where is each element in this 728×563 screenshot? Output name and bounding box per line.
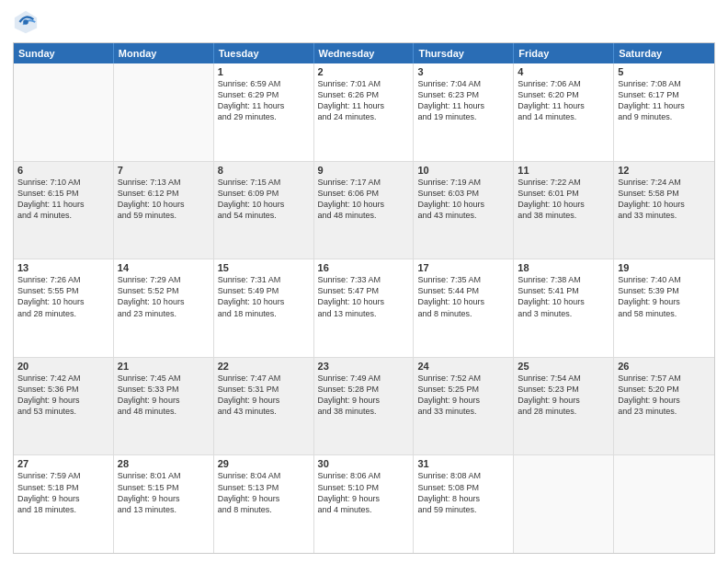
logo	[13, 9, 42, 35]
day-number: 7	[118, 165, 210, 176]
calendar: SundayMondayTuesdayWednesdayThursdayFrid…	[13, 42, 715, 554]
cal-cell: 5Sunrise: 7:08 AMSunset: 6:17 PMDaylight…	[614, 63, 714, 161]
cell-line: Sunrise: 7:38 AM	[518, 274, 609, 285]
cal-cell: 9Sunrise: 7:17 AMSunset: 6:06 PMDaylight…	[314, 162, 415, 259]
cell-line: Sunset: 5:15 PM	[118, 482, 210, 493]
header-day-friday: Friday	[514, 43, 614, 63]
cal-cell: 22Sunrise: 7:47 AMSunset: 5:31 PMDayligh…	[214, 358, 314, 455]
cell-line: and 54 minutes.	[218, 210, 310, 221]
cell-line: Daylight: 11 hours	[518, 100, 609, 111]
cal-cell: 12Sunrise: 7:24 AMSunset: 5:58 PMDayligh…	[614, 162, 714, 259]
cell-line: and 43 minutes.	[218, 406, 310, 417]
cal-row-4: 27Sunrise: 7:59 AMSunset: 5:18 PMDayligh…	[14, 454, 714, 553]
cell-line: Daylight: 8 hours	[417, 493, 509, 504]
cell-line: Sunset: 5:44 PM	[417, 285, 509, 296]
cell-line: Sunrise: 7:57 AM	[618, 373, 711, 384]
cal-cell: 26Sunrise: 7:57 AMSunset: 5:20 PMDayligh…	[614, 358, 714, 455]
cell-line: and 23 minutes.	[118, 308, 210, 319]
day-number: 6	[17, 165, 109, 176]
cell-line: Daylight: 10 hours	[318, 296, 410, 307]
cell-line: Sunset: 6:12 PM	[118, 188, 210, 199]
cell-line: Daylight: 10 hours	[118, 296, 210, 307]
cell-line: Sunrise: 7:06 AM	[518, 78, 609, 89]
cell-line: Daylight: 9 hours	[318, 493, 410, 504]
svg-point-1	[23, 19, 28, 25]
day-number: 22	[218, 361, 310, 372]
cell-line: Sunset: 6:23 PM	[417, 89, 509, 100]
day-number: 15	[218, 262, 310, 273]
cal-row-0: 1Sunrise: 6:59 AMSunset: 6:29 PMDaylight…	[14, 63, 714, 161]
cell-line: Sunset: 6:06 PM	[318, 188, 410, 199]
cell-line: Sunset: 6:29 PM	[218, 89, 310, 100]
header-day-saturday: Saturday	[614, 43, 714, 63]
day-number: 9	[318, 165, 410, 176]
cell-line: and 19 minutes.	[417, 111, 509, 122]
cell-line: and 8 minutes.	[417, 308, 509, 319]
cell-line: Daylight: 9 hours	[118, 493, 210, 504]
cal-row-1: 6Sunrise: 7:10 AMSunset: 6:15 PMDaylight…	[14, 161, 714, 259]
calendar-body: 1Sunrise: 6:59 AMSunset: 6:29 PMDaylight…	[14, 63, 714, 553]
cell-line: Daylight: 10 hours	[17, 296, 109, 307]
cell-line: Daylight: 11 hours	[318, 100, 410, 111]
cell-line: Sunset: 5:10 PM	[318, 482, 410, 493]
cal-cell: 23Sunrise: 7:49 AMSunset: 5:28 PMDayligh…	[314, 358, 415, 455]
cell-line: Sunrise: 7:04 AM	[417, 78, 509, 89]
cell-line: and 58 minutes.	[618, 308, 711, 319]
cal-cell: 31Sunrise: 8:08 AMSunset: 5:08 PMDayligh…	[414, 455, 514, 553]
header-day-thursday: Thursday	[414, 43, 514, 63]
cell-line: Sunset: 5:52 PM	[118, 285, 210, 296]
day-number: 29	[218, 458, 310, 469]
day-number: 8	[218, 165, 310, 176]
cell-line: Sunrise: 7:49 AM	[318, 373, 410, 384]
header-day-sunday: Sunday	[14, 43, 114, 63]
cal-row-3: 20Sunrise: 7:42 AMSunset: 5:36 PMDayligh…	[14, 357, 714, 455]
day-number: 5	[618, 66, 711, 77]
cell-line: Daylight: 10 hours	[118, 199, 210, 210]
cell-line: and 4 minutes.	[17, 210, 109, 221]
cal-cell: 13Sunrise: 7:26 AMSunset: 5:55 PMDayligh…	[14, 259, 114, 357]
cell-line: Daylight: 11 hours	[17, 199, 109, 210]
cell-line: Sunrise: 7:59 AM	[17, 470, 109, 481]
cell-line: Daylight: 9 hours	[618, 296, 711, 307]
cal-cell: 3Sunrise: 7:04 AMSunset: 6:23 PMDaylight…	[414, 63, 514, 161]
cell-line: Sunset: 5:33 PM	[118, 384, 210, 395]
cell-line: and 24 minutes.	[318, 111, 410, 122]
cell-line: Daylight: 9 hours	[218, 493, 310, 504]
cell-line: Sunset: 5:28 PM	[318, 384, 410, 395]
cal-cell: 27Sunrise: 7:59 AMSunset: 5:18 PMDayligh…	[14, 455, 114, 553]
cell-line: Daylight: 10 hours	[518, 199, 609, 210]
day-number: 3	[417, 66, 509, 77]
cal-cell: 20Sunrise: 7:42 AMSunset: 5:36 PMDayligh…	[14, 358, 114, 455]
cal-cell: 1Sunrise: 6:59 AMSunset: 6:29 PMDaylight…	[214, 63, 314, 161]
cal-cell: 29Sunrise: 8:04 AMSunset: 5:13 PMDayligh…	[214, 455, 314, 553]
cell-line: Sunset: 5:41 PM	[518, 285, 609, 296]
cell-line: and 13 minutes.	[318, 308, 410, 319]
cell-line: Sunrise: 7:35 AM	[417, 274, 509, 285]
cell-line: Daylight: 10 hours	[318, 199, 410, 210]
cell-line: and 18 minutes.	[218, 308, 310, 319]
cal-cell	[514, 455, 614, 553]
header-day-wednesday: Wednesday	[314, 43, 415, 63]
header-day-tuesday: Tuesday	[214, 43, 314, 63]
cell-line: Sunset: 5:31 PM	[218, 384, 310, 395]
cell-line: Sunset: 6:03 PM	[417, 188, 509, 199]
cell-line: Daylight: 10 hours	[218, 296, 310, 307]
cell-line: and 9 minutes.	[618, 111, 711, 122]
cal-cell: 25Sunrise: 7:54 AMSunset: 5:23 PMDayligh…	[514, 358, 614, 455]
cell-line: Sunset: 5:13 PM	[218, 482, 310, 493]
cell-line: Daylight: 9 hours	[17, 493, 109, 504]
day-number: 25	[518, 361, 609, 372]
cell-line: and 59 minutes.	[118, 210, 210, 221]
cell-line: Daylight: 11 hours	[218, 100, 310, 111]
cell-line: Sunrise: 7:31 AM	[218, 274, 310, 285]
cell-line: and 48 minutes.	[118, 406, 210, 417]
cell-line: Sunset: 5:36 PM	[17, 384, 109, 395]
cell-line: Sunset: 5:47 PM	[318, 285, 410, 296]
cal-cell: 17Sunrise: 7:35 AMSunset: 5:44 PMDayligh…	[414, 259, 514, 357]
cell-line: Sunset: 6:09 PM	[218, 188, 310, 199]
cell-line: Sunrise: 7:29 AM	[118, 274, 210, 285]
cell-line: Sunrise: 7:13 AM	[118, 177, 210, 188]
cell-line: and 28 minutes.	[518, 406, 609, 417]
cell-line: Daylight: 9 hours	[17, 395, 109, 406]
cell-line: Daylight: 10 hours	[518, 296, 609, 307]
